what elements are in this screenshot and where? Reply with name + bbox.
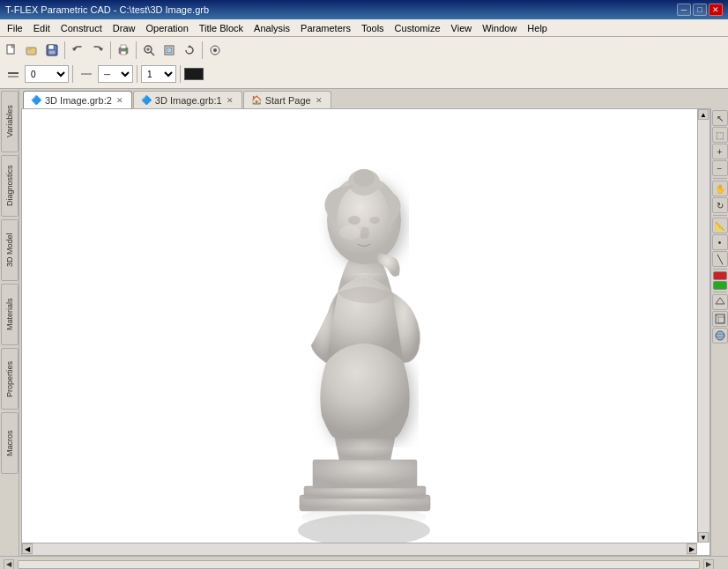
cheek-highlight [339, 225, 360, 240]
sep2 [110, 41, 111, 59]
tab-label-3: Start Page [265, 95, 311, 106]
eye-left [348, 216, 360, 225]
tab-start-page[interactable]: 🏠 Start Page ✕ [243, 91, 331, 108]
status-scroll-left[interactable]: ◀ [4, 559, 14, 570]
sep4 [202, 41, 203, 59]
svg-rect-3 [26, 48, 31, 49]
rt-zoom-out[interactable]: − [712, 160, 728, 176]
undo-button[interactable] [68, 41, 87, 60]
menu-edit[interactable]: Edit [28, 21, 56, 35]
svg-rect-6 [48, 50, 56, 55]
sidebar-tab-diagnostics[interactable]: Diagnostics [1, 155, 19, 217]
rt-3d3[interactable] [712, 328, 728, 344]
rt-zoom-in[interactable]: + [712, 144, 728, 159]
svg-rect-21 [8, 76, 19, 78]
rt-3d2[interactable] [712, 311, 728, 327]
menu-window[interactable]: Window [477, 21, 522, 35]
rt-line[interactable]: ╲ [712, 251, 728, 267]
svg-point-19 [213, 48, 217, 52]
maximize-button[interactable]: □ [693, 4, 707, 16]
rt-rotate[interactable]: ↻ [712, 197, 728, 213]
canvas-area[interactable]: ▲ ▼ ◀ ▶ [21, 108, 710, 556]
menu-help[interactable]: Help [522, 21, 553, 35]
rotate-button[interactable] [180, 41, 199, 60]
svg-line-12 [151, 52, 154, 55]
tab-3d-image-2[interactable]: 🔷 3D Image.grb:2 ✕ [23, 91, 132, 108]
menu-view[interactable]: View [446, 21, 478, 35]
window-title: T-FLEX Parametric CAD - C:\test\3D Image… [5, 4, 209, 15]
sep3 [136, 41, 137, 59]
menu-operation[interactable]: Operation [140, 21, 193, 35]
close-button[interactable]: ✕ [709, 4, 723, 16]
rt-point[interactable]: • [712, 234, 728, 250]
color-swatch[interactable] [184, 68, 204, 80]
rt-cursor[interactable]: ↖ [712, 110, 728, 126]
scroll-down-arrow[interactable]: ▼ [698, 532, 709, 543]
horizontal-scrollbar[interactable]: ◀ ▶ [22, 543, 697, 555]
tab-label-2: 3D Image.grb:1 [155, 95, 222, 106]
svg-rect-1 [11, 45, 14, 48]
menu-construct[interactable]: Construct [56, 21, 108, 35]
status-scroll-right[interactable]: ▶ [703, 559, 714, 570]
layer-select[interactable]: 0 [25, 65, 69, 83]
rt-color1[interactable] [713, 271, 727, 280]
menu-file[interactable]: File [2, 21, 28, 35]
svg-rect-5 [48, 45, 54, 49]
menu-customize[interactable]: Customize [390, 21, 446, 35]
rt-pan[interactable]: ✋ [712, 181, 728, 196]
scroll-left-arrow[interactable]: ◀ [22, 543, 33, 554]
sidebar-tab-macros[interactable]: Macros [1, 412, 19, 474]
linetype-select[interactable]: ─ [98, 65, 133, 83]
minimize-button[interactable]: ─ [677, 4, 691, 16]
tab-close-2[interactable]: ✕ [226, 96, 234, 105]
tab-3d-image-1[interactable]: 🔷 3D Image.grb:1 ✕ [133, 91, 242, 108]
extra-btn1[interactable] [205, 41, 225, 60]
sidebar-tab-properties[interactable]: Properties [1, 348, 19, 410]
rt-sep2 [713, 215, 727, 216]
redo-button[interactable] [88, 41, 108, 60]
vertical-scrollbar[interactable]: ▲ ▼ [697, 109, 709, 543]
zoom-button[interactable] [139, 41, 159, 60]
print-button[interactable] [114, 41, 133, 60]
tab-close-1[interactable]: ✕ [115, 96, 124, 105]
linetype-button[interactable] [77, 64, 96, 84]
bust-lower [320, 344, 409, 438]
svg-point-10 [125, 48, 127, 50]
tab-close-3[interactable]: ✕ [315, 96, 323, 105]
sculpture-svg [234, 116, 498, 548]
tab-bar: 🔷 3D Image.grb:2 ✕ 🔷 3D Image.grb:1 ✕ 🏠 … [19, 89, 728, 108]
scroll-track-v [698, 120, 709, 532]
svg-point-28 [716, 331, 724, 340]
new-button[interactable] [2, 41, 21, 60]
sidebar-tab-materials[interactable]: Materials [1, 284, 19, 345]
hair-bun-top [353, 169, 375, 187]
menu-tools[interactable]: Tools [356, 21, 390, 35]
tab-icon-1: 🔷 [31, 95, 41, 105]
sep7 [180, 65, 181, 83]
rt-color2[interactable] [713, 281, 727, 290]
scroll-up-arrow[interactable]: ▲ [698, 109, 709, 120]
save-button[interactable] [42, 41, 62, 60]
menu-parameters[interactable]: Parameters [295, 21, 356, 35]
zoom-fit-button[interactable] [160, 41, 179, 60]
status-scrollbar[interactable] [18, 560, 700, 569]
open-button[interactable] [22, 41, 41, 60]
rt-3d1[interactable] [712, 294, 728, 310]
window-controls: ─ □ ✕ [677, 4, 723, 16]
sidebar-tab-3dmodel[interactable]: 3D Model [1, 219, 19, 281]
rt-select[interactable]: ⬚ [712, 127, 728, 143]
rt-measure[interactable]: 📐 [712, 218, 728, 233]
svg-marker-23 [716, 298, 724, 304]
linewidth-select[interactable]: 1 [141, 65, 176, 83]
layer-button[interactable] [4, 64, 23, 84]
svg-rect-16 [167, 48, 172, 53]
sidebar-tab-variables[interactable]: Variables [1, 91, 19, 152]
rt-sep3 [713, 269, 727, 270]
sep5 [72, 65, 73, 83]
model-container [22, 109, 709, 555]
menu-title-block[interactable]: Title Block [194, 21, 249, 35]
menu-draw[interactable]: Draw [108, 21, 141, 35]
toolbar-area: 0 ─ 1 [0, 37, 728, 89]
menu-analysis[interactable]: Analysis [249, 21, 295, 35]
scroll-right-arrow[interactable]: ▶ [687, 543, 697, 554]
